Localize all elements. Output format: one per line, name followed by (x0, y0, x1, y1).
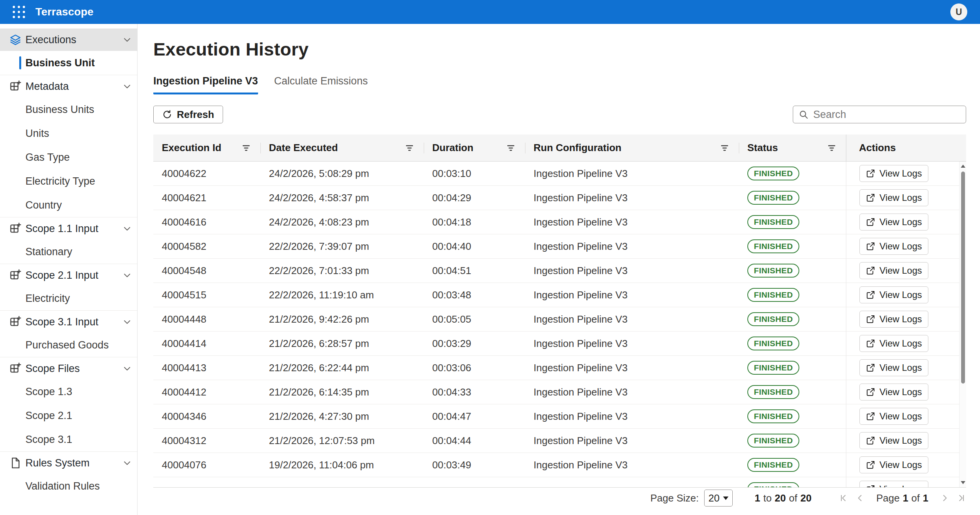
search-input[interactable] (813, 109, 960, 121)
view-logs-label: View Logs (879, 459, 922, 470)
cell-date-executed: 21/2/2026, 6:28:57 pm (260, 332, 424, 355)
execution-history-table: Execution Id Date Executed Duration (153, 135, 966, 515)
table-row: 40004548 22/2/2026, 7:01:33 pm 00:04:51 … (153, 259, 959, 283)
refresh-icon (162, 109, 172, 119)
sidebar-item-scope-2-1-input[interactable]: Scope 2.1 Input (0, 264, 137, 286)
cell-execution-id: 40004448 (153, 307, 260, 331)
column-label: Execution Id (162, 142, 222, 154)
cell-duration: 00:04:47 (424, 404, 525, 428)
cell-actions: View Logs (846, 356, 959, 380)
previous-page-button[interactable] (856, 493, 865, 503)
view-logs-label: View Logs (879, 192, 922, 203)
sidebar-item-scope-3-1[interactable]: Scope 3.1 (0, 427, 137, 451)
view-logs-button[interactable]: View Logs (859, 384, 928, 401)
view-logs-button[interactable]: View Logs (859, 335, 928, 352)
view-logs-button[interactable]: View Logs (859, 238, 928, 255)
table-scrollbar[interactable] (959, 162, 966, 487)
sidebar-item-scope-3-1-input[interactable]: Scope 3.1 Input (0, 311, 137, 333)
column-header-date-executed: Date Executed (260, 135, 424, 161)
cell-date-executed: 21/2/2026, 12:07:53 pm (260, 429, 424, 453)
cell-run-configuration: Ingestion Pipeline V3 (525, 234, 739, 258)
cell-execution-id: 40004582 (153, 234, 260, 258)
sidebar-item-purchased-goods[interactable]: Purchased Goods (0, 333, 137, 357)
cell-date-executed: 22/2/2026, 7:01:33 pm (260, 259, 424, 283)
view-logs-button[interactable]: View Logs (859, 408, 928, 425)
table-row: 40004412 21/2/2026, 6:14:35 pm 00:04:33 … (153, 380, 959, 404)
table-rows: 40004622 24/2/2026, 5:08:29 pm 00:03:10 … (153, 162, 959, 487)
pagination: Page1of1 (839, 492, 966, 504)
cell-actions: View Logs (846, 283, 959, 307)
view-logs-button[interactable]: View Logs (859, 311, 928, 328)
sidebar-item-label: Scope 3.1 Input (25, 316, 98, 328)
view-logs-button[interactable]: View Logs (859, 456, 928, 473)
page-size-select[interactable]: 20 (704, 490, 733, 507)
sidebar-item-label: Country (25, 199, 62, 211)
view-logs-button[interactable]: View Logs (859, 432, 928, 449)
filter-icon[interactable] (507, 144, 515, 152)
sidebar-item-label: Units (25, 128, 49, 140)
sidebar-item-rules-system[interactable]: Rules System (0, 452, 137, 474)
cell-actions: View Logs (846, 210, 959, 234)
view-logs-button[interactable]: View Logs (859, 189, 928, 206)
scroll-down-icon[interactable] (961, 481, 965, 484)
sidebar-item-scope-2-1[interactable]: Scope 2.1 (0, 404, 137, 427)
status-badge: FINISHED (747, 312, 799, 326)
chevron-down-icon (123, 35, 132, 44)
sidebar-item-scope-1-1-input[interactable]: Scope 1.1 Input (0, 217, 137, 240)
cell-run-configuration: Ingestion Pipeline V3 (525, 259, 739, 283)
cell-duration: 00:05:05 (424, 307, 525, 331)
table-row: 40004413 21/2/2026, 6:22:44 pm 00:03:06 … (153, 356, 959, 380)
next-page-button[interactable] (940, 493, 949, 503)
view-logs-button[interactable]: View Logs (859, 165, 928, 182)
scrollbar-thumb[interactable] (961, 172, 965, 384)
filter-icon[interactable] (405, 144, 414, 152)
cell-execution-id: 40004414 (153, 332, 260, 355)
view-logs-button[interactable]: View Logs (859, 359, 928, 376)
cell-status: FINISHED (739, 429, 846, 453)
filter-icon[interactable] (827, 144, 836, 152)
view-logs-button[interactable]: View Logs (859, 214, 928, 231)
sidebar-item-business-unit[interactable]: Business Unit (0, 51, 137, 75)
filter-icon[interactable] (242, 144, 250, 152)
sidebar-item-electricity[interactable]: Electricity (0, 286, 137, 310)
sidebar-item-metadata[interactable]: Metadata (0, 75, 137, 98)
cell-actions: View Logs (846, 477, 959, 487)
cell-actions: View Logs (846, 380, 959, 404)
filter-icon[interactable] (720, 144, 729, 152)
app-launcher-icon[interactable] (12, 5, 26, 19)
sidebar-item-electricity-type[interactable]: Electricity Type (0, 169, 137, 193)
view-logs-button[interactable]: View Logs (859, 286, 928, 303)
first-page-button[interactable] (839, 493, 848, 503)
user-avatar[interactable]: U (950, 3, 967, 20)
sidebar-item-scope-files[interactable]: Scope Files (0, 357, 137, 380)
tab-ingestion-pipeline-v3[interactable]: Ingestion Pipeline V3 (153, 75, 258, 94)
chevron-down-icon (123, 317, 132, 327)
table-footer: Page Size: 20 1to20of20 (153, 487, 966, 515)
sidebar-item-scope-1-3[interactable]: Scope 1.3 (0, 380, 137, 404)
sidebar-item-gas-type[interactable]: Gas Type (0, 145, 137, 169)
sidebar-item-stationary[interactable]: Stationary (0, 240, 137, 264)
cell-actions: View Logs (846, 234, 959, 258)
view-logs-button[interactable]: View Logs (859, 481, 928, 487)
sidebar-item-business-units[interactable]: Business Units (0, 98, 137, 121)
cell-execution-id: 40004621 (153, 186, 260, 210)
sidebar-item-units[interactable]: Units (0, 121, 137, 145)
status-badge: FINISHED (747, 409, 799, 423)
column-header-execution-id: Execution Id (153, 135, 260, 161)
cell-date-executed: 19/2/2026, 11:04:06 pm (260, 453, 424, 477)
cell-date-executed: 24/2/2026, 4:58:37 pm (260, 186, 424, 210)
sidebar-item-country[interactable]: Country (0, 193, 137, 217)
sidebar-item-validation-rules[interactable]: Validation Rules (0, 474, 137, 498)
refresh-button[interactable]: Refresh (153, 106, 223, 123)
last-page-button[interactable] (957, 493, 966, 503)
cell-duration: 00:03:10 (424, 162, 525, 185)
cell-actions: View Logs (846, 404, 959, 428)
view-logs-button[interactable]: View Logs (859, 262, 928, 279)
sidebar-item-label: Rules System (25, 457, 90, 469)
sidebar-item-executions[interactable]: Executions (0, 29, 137, 51)
external-link-icon (866, 290, 875, 300)
tab-calculate-emissions[interactable]: Calculate Emissions (274, 75, 368, 94)
sidebar-item-label: Gas Type (25, 151, 70, 163)
chevron-down-icon (123, 458, 132, 468)
scroll-up-icon[interactable] (961, 165, 965, 168)
